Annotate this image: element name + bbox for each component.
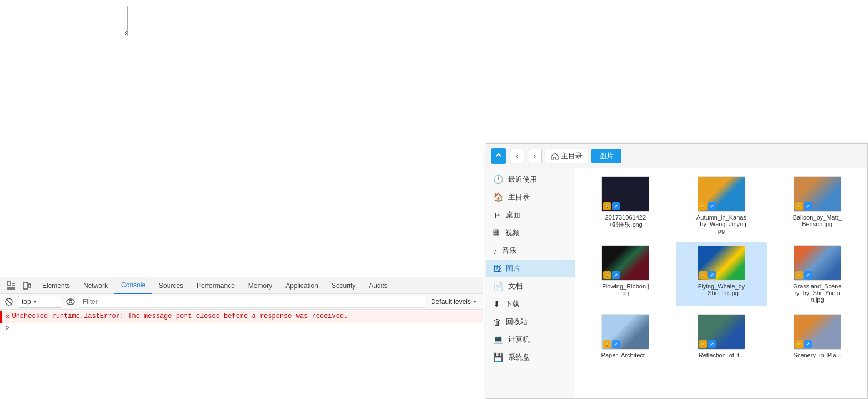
file-name: Scenery_in_Pla... — [794, 352, 841, 358]
devtools-panel: Elements Network Console Sources Perform… — [0, 277, 483, 399]
device-toolbar-icon[interactable] — [20, 279, 33, 292]
context-selector[interactable]: top — [18, 296, 62, 308]
share-badge: ↗ — [612, 340, 620, 348]
file-badges: 🔒 ↗ — [795, 202, 812, 210]
svg-marker-12 — [473, 301, 476, 303]
tab-performance[interactable]: Performance — [190, 277, 242, 294]
sidebar-item-recent-label: 最近使用 — [508, 174, 537, 184]
fm-forward-button[interactable]: › — [528, 149, 542, 163]
lock-badge: 🔒 — [699, 202, 707, 210]
file-thumbnail: 🔒 ↗ — [601, 245, 649, 281]
fm-home-button[interactable]: 主目录 — [545, 149, 588, 163]
share-badge: ↗ — [612, 271, 620, 279]
sidebar-item-home[interactable]: 🏠 主目录 — [486, 188, 575, 206]
sidebar-item-system-label: 系统盘 — [508, 352, 530, 362]
sidebar-item-desktop[interactable]: 🖥 桌面 — [486, 206, 575, 224]
file-thumbnail: 🔒 ↗ — [601, 176, 649, 212]
file-thumbnail: 🔒 ↗ — [601, 314, 649, 350]
system-icon: 💾 — [493, 352, 504, 362]
tab-security[interactable]: Security — [325, 277, 362, 294]
list-item[interactable]: 🔒 ↗ Flying_Whale_by_Shu_Le.jpg — [676, 242, 767, 306]
page-textarea[interactable] — [6, 6, 128, 36]
list-item[interactable]: 🔒 ↗ Balloon_by_Matt_Benson.jpg — [771, 173, 863, 237]
sidebar-item-music[interactable]: ♪ 音乐 — [486, 242, 575, 260]
clear-console-icon[interactable] — [2, 295, 16, 308]
sidebar-item-home-label: 主目录 — [508, 192, 530, 202]
console-caret: > — [6, 325, 9, 332]
fm-app-icon[interactable] — [491, 148, 506, 164]
file-name: Reflection_of_t... — [699, 352, 745, 358]
tab-audits[interactable]: Audits — [362, 277, 394, 294]
fm-body: 🕐 最近使用 🏠 主目录 🖥 桌面 视频 — [486, 168, 867, 398]
sidebar-item-trash[interactable]: 🗑 回收站 — [486, 313, 575, 331]
share-badge: ↗ — [804, 271, 812, 279]
tab-network[interactable]: Network — [77, 277, 114, 294]
downloads-icon: ⬇ — [493, 299, 500, 309]
share-badge: ↗ — [804, 202, 812, 210]
svg-line-8 — [6, 299, 12, 305]
fm-home-label: 主目录 — [561, 151, 583, 161]
file-badges: 🔒 ↗ — [603, 340, 620, 348]
fm-file-grid: 🔒 ↗ 201731061422+邹佳乐.png 🔒 ↗ — [580, 173, 863, 362]
tab-elements[interactable]: Elements — [36, 277, 77, 294]
sidebar-item-pictures[interactable]: 🖼 图片 — [486, 260, 575, 277]
file-thumbnail: 🔒 ↗ — [698, 176, 745, 212]
fm-pictures-button[interactable]: 图片 — [591, 149, 621, 163]
sidebar-item-pictures-label: 图片 — [506, 263, 520, 273]
context-value: top — [22, 298, 31, 306]
list-item[interactable]: 🔒 ↗ 201731061422+邹佳乐.png — [580, 173, 671, 237]
svg-rect-19 — [497, 230, 498, 235]
error-text: Unchecked runtime.lastError: The message… — [12, 312, 480, 320]
list-item[interactable]: 🔒 ↗ Grassland_Scenery_by_Shi_Yuejun.jpg — [771, 242, 863, 306]
sidebar-item-music-label: 音乐 — [502, 246, 516, 256]
svg-rect-5 — [23, 282, 28, 289]
tab-application[interactable]: Application — [279, 277, 325, 294]
inspect-icon[interactable] — [4, 279, 18, 292]
file-manager: ‹ › 主目录 图片 🕐 最近使用 🏠 主目录 — [486, 143, 868, 399]
lock-badge: 🔒 — [699, 340, 707, 348]
documents-icon: 📄 — [493, 281, 504, 291]
list-item[interactable]: 🔒 ↗ Reflection_of_t... — [676, 311, 767, 362]
sidebar-item-computer[interactable]: 💻 计算机 — [486, 331, 575, 348]
list-item[interactable]: 🔒 ↗ Autumn_in_Kanas_by_Wang_Jinyu.jpg — [676, 173, 767, 237]
desktop-icon: 🖥 — [493, 211, 501, 220]
sidebar-item-downloads[interactable]: ⬇ 下载 — [486, 295, 575, 313]
fm-back-button[interactable]: ‹ — [510, 149, 524, 163]
file-thumbnail: 🔒 ↗ — [698, 245, 745, 281]
list-item[interactable]: 🔒 ↗ Scenery_in_Pla... — [771, 311, 863, 362]
fm-sidebar: 🕐 最近使用 🏠 主目录 🖥 桌面 视频 — [486, 168, 575, 398]
file-thumbnail: 🔒 ↗ — [794, 176, 841, 212]
tab-memory[interactable]: Memory — [242, 277, 279, 294]
file-badges: 🔒 ↗ — [699, 271, 716, 279]
share-badge: ↗ — [804, 340, 812, 348]
lock-badge: 🔒 — [795, 340, 803, 348]
lock-badge: 🔒 — [603, 271, 611, 279]
file-thumbnail: 🔒 ↗ — [794, 314, 841, 350]
tab-console[interactable]: Console — [114, 277, 152, 294]
devtools-left-icons — [2, 279, 36, 292]
file-badges: 🔒 ↗ — [699, 202, 716, 210]
music-icon: ♪ — [493, 246, 498, 256]
svg-rect-16 — [494, 232, 499, 233]
eye-icon[interactable] — [64, 296, 77, 308]
list-item[interactable]: 🔒 ↗ Flowing_Ribbon.jpg — [580, 242, 671, 306]
default-levels-button[interactable]: Default levels — [428, 297, 481, 307]
lock-badge: 🔒 — [603, 340, 611, 348]
sidebar-item-documents[interactable]: 📄 文档 — [486, 277, 575, 295]
sidebar-item-videos-label: 视频 — [505, 228, 520, 238]
computer-icon: 💻 — [493, 335, 504, 345]
list-item[interactable]: 🔒 ↗ Paper_Architect... — [580, 311, 671, 362]
sidebar-item-recent[interactable]: 🕐 最近使用 — [486, 171, 575, 188]
lock-badge: 🔒 — [699, 271, 707, 279]
sidebar-item-videos[interactable]: 视频 — [486, 224, 575, 242]
svg-point-10 — [67, 299, 74, 305]
error-icon: ⊘ — [5, 312, 9, 322]
sidebar-item-system[interactable]: 💾 系统盘 — [486, 348, 575, 366]
svg-rect-18 — [495, 230, 496, 235]
fm-pictures-label: 图片 — [599, 151, 614, 161]
trash-icon: 🗑 — [493, 317, 501, 327]
filter-input[interactable] — [79, 296, 425, 308]
file-manager-toolbar: ‹ › 主目录 图片 — [486, 144, 867, 168]
tab-sources[interactable]: Sources — [152, 277, 190, 294]
svg-rect-0 — [7, 282, 11, 285]
